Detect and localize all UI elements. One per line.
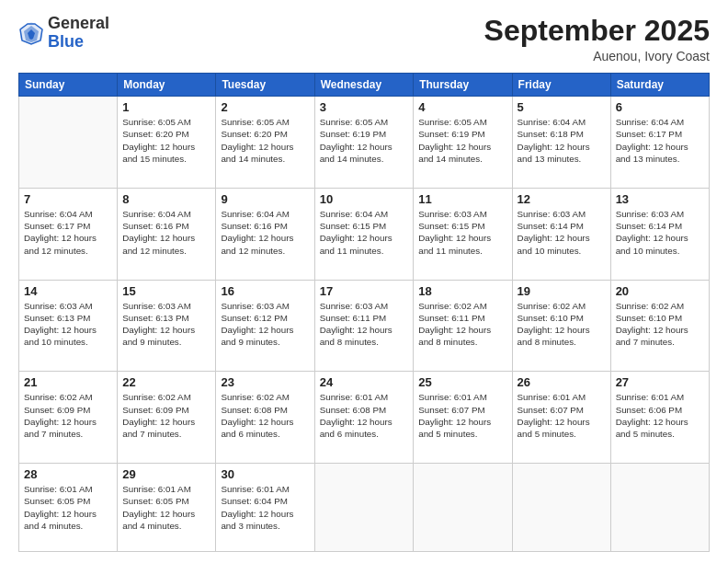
day-number: 11 <box>418 192 506 206</box>
calendar-cell: 22Sunrise: 6:02 AM Sunset: 6:09 PM Dayli… <box>118 372 216 464</box>
day-number: 7 <box>24 192 112 206</box>
day-number: 21 <box>24 375 112 389</box>
logo-blue: Blue <box>48 32 84 51</box>
calendar-cell: 24Sunrise: 6:01 AM Sunset: 6:08 PM Dayli… <box>314 372 414 464</box>
day-number: 28 <box>24 467 112 481</box>
day-info: Sunrise: 6:03 AM Sunset: 6:14 PM Dayligh… <box>518 208 606 257</box>
day-number: 19 <box>518 284 606 298</box>
day-number: 25 <box>418 375 506 389</box>
day-number: 26 <box>518 375 606 389</box>
week-row-5: 28Sunrise: 6:01 AM Sunset: 6:05 PM Dayli… <box>19 464 710 552</box>
day-info: Sunrise: 6:05 AM Sunset: 6:20 PM Dayligh… <box>221 116 309 165</box>
day-number: 2 <box>221 100 309 114</box>
day-info: Sunrise: 6:03 AM Sunset: 6:15 PM Dayligh… <box>418 208 506 257</box>
logo-text: General Blue <box>48 15 109 52</box>
title-block: September 2025 Auenou, Ivory Coast <box>484 15 710 63</box>
day-info: Sunrise: 6:05 AM Sunset: 6:19 PM Dayligh… <box>320 116 409 165</box>
day-info: Sunrise: 6:02 AM Sunset: 6:10 PM Dayligh… <box>518 300 606 349</box>
day-number: 4 <box>418 100 506 114</box>
weekday-header-thursday: Thursday <box>414 74 512 97</box>
weekday-header-friday: Friday <box>512 74 610 97</box>
day-number: 29 <box>122 467 210 481</box>
calendar-cell: 26Sunrise: 6:01 AM Sunset: 6:07 PM Dayli… <box>512 372 610 464</box>
day-number: 13 <box>616 192 704 206</box>
day-number: 18 <box>418 284 506 298</box>
calendar-cell: 13Sunrise: 6:03 AM Sunset: 6:14 PM Dayli… <box>610 188 709 280</box>
calendar-cell: 25Sunrise: 6:01 AM Sunset: 6:07 PM Dayli… <box>414 372 512 464</box>
day-number: 5 <box>518 100 606 114</box>
day-info: Sunrise: 6:05 AM Sunset: 6:19 PM Dayligh… <box>418 116 506 165</box>
day-number: 15 <box>122 284 210 298</box>
day-number: 17 <box>320 284 409 298</box>
day-number: 24 <box>320 375 409 389</box>
calendar-cell: 10Sunrise: 6:04 AM Sunset: 6:15 PM Dayli… <box>314 188 414 280</box>
calendar-cell: 27Sunrise: 6:01 AM Sunset: 6:06 PM Dayli… <box>610 372 709 464</box>
day-info: Sunrise: 6:02 AM Sunset: 6:08 PM Dayligh… <box>221 391 309 440</box>
day-info: Sunrise: 6:04 AM Sunset: 6:17 PM Dayligh… <box>616 116 704 165</box>
day-info: Sunrise: 6:05 AM Sunset: 6:20 PM Dayligh… <box>122 116 210 165</box>
weekday-header-wednesday: Wednesday <box>314 74 414 97</box>
week-row-3: 14Sunrise: 6:03 AM Sunset: 6:13 PM Dayli… <box>19 280 710 372</box>
calendar-cell <box>414 464 512 552</box>
calendar-cell: 1Sunrise: 6:05 AM Sunset: 6:20 PM Daylig… <box>118 97 216 189</box>
calendar-table: SundayMondayTuesdayWednesdayThursdayFrid… <box>18 73 710 552</box>
calendar-cell: 3Sunrise: 6:05 AM Sunset: 6:19 PM Daylig… <box>314 97 414 189</box>
calendar-cell: 21Sunrise: 6:02 AM Sunset: 6:09 PM Dayli… <box>19 372 118 464</box>
day-info: Sunrise: 6:01 AM Sunset: 6:04 PM Dayligh… <box>221 483 309 532</box>
day-info: Sunrise: 6:03 AM Sunset: 6:12 PM Dayligh… <box>221 300 309 349</box>
day-number: 8 <box>122 192 210 206</box>
logo-general: General <box>48 14 109 32</box>
day-number: 16 <box>221 284 309 298</box>
day-number: 30 <box>221 467 309 481</box>
day-number: 23 <box>221 375 309 389</box>
calendar-cell <box>610 464 709 552</box>
day-number: 27 <box>616 375 704 389</box>
calendar-cell: 17Sunrise: 6:03 AM Sunset: 6:11 PM Dayli… <box>314 280 414 372</box>
day-info: Sunrise: 6:02 AM Sunset: 6:09 PM Dayligh… <box>24 391 112 440</box>
calendar-cell: 16Sunrise: 6:03 AM Sunset: 6:12 PM Dayli… <box>216 280 314 372</box>
day-info: Sunrise: 6:04 AM Sunset: 6:17 PM Dayligh… <box>24 208 112 257</box>
location: Auenou, Ivory Coast <box>484 49 710 63</box>
month-title: September 2025 <box>484 15 710 47</box>
day-info: Sunrise: 6:03 AM Sunset: 6:13 PM Dayligh… <box>122 300 210 349</box>
day-info: Sunrise: 6:03 AM Sunset: 6:14 PM Dayligh… <box>616 208 704 257</box>
weekday-header-sunday: Sunday <box>19 74 118 97</box>
day-info: Sunrise: 6:02 AM Sunset: 6:09 PM Dayligh… <box>122 391 210 440</box>
logo-icon <box>18 20 44 46</box>
calendar-cell: 20Sunrise: 6:02 AM Sunset: 6:10 PM Dayli… <box>610 280 709 372</box>
calendar-cell: 6Sunrise: 6:04 AM Sunset: 6:17 PM Daylig… <box>610 97 709 189</box>
day-info: Sunrise: 6:04 AM Sunset: 6:16 PM Dayligh… <box>122 208 210 257</box>
calendar-cell: 28Sunrise: 6:01 AM Sunset: 6:05 PM Dayli… <box>19 464 118 552</box>
calendar-cell: 9Sunrise: 6:04 AM Sunset: 6:16 PM Daylig… <box>216 188 314 280</box>
day-number: 10 <box>320 192 409 206</box>
logo: General Blue <box>18 15 109 52</box>
week-row-1: 1Sunrise: 6:05 AM Sunset: 6:20 PM Daylig… <box>19 97 710 189</box>
calendar-cell: 4Sunrise: 6:05 AM Sunset: 6:19 PM Daylig… <box>414 97 512 189</box>
week-row-2: 7Sunrise: 6:04 AM Sunset: 6:17 PM Daylig… <box>19 188 710 280</box>
calendar-cell: 18Sunrise: 6:02 AM Sunset: 6:11 PM Dayli… <box>414 280 512 372</box>
calendar-cell: 14Sunrise: 6:03 AM Sunset: 6:13 PM Dayli… <box>19 280 118 372</box>
day-number: 22 <box>122 375 210 389</box>
day-info: Sunrise: 6:03 AM Sunset: 6:13 PM Dayligh… <box>24 300 112 349</box>
calendar-cell: 19Sunrise: 6:02 AM Sunset: 6:10 PM Dayli… <box>512 280 610 372</box>
week-row-4: 21Sunrise: 6:02 AM Sunset: 6:09 PM Dayli… <box>19 372 710 464</box>
calendar-cell: 15Sunrise: 6:03 AM Sunset: 6:13 PM Dayli… <box>118 280 216 372</box>
day-number: 1 <box>122 100 210 114</box>
weekday-header-monday: Monday <box>118 74 216 97</box>
weekday-header-tuesday: Tuesday <box>216 74 314 97</box>
day-info: Sunrise: 6:02 AM Sunset: 6:10 PM Dayligh… <box>616 300 704 349</box>
calendar-cell: 29Sunrise: 6:01 AM Sunset: 6:05 PM Dayli… <box>118 464 216 552</box>
day-info: Sunrise: 6:04 AM Sunset: 6:16 PM Dayligh… <box>221 208 309 257</box>
day-info: Sunrise: 6:04 AM Sunset: 6:15 PM Dayligh… <box>320 208 409 257</box>
day-info: Sunrise: 6:04 AM Sunset: 6:18 PM Dayligh… <box>518 116 606 165</box>
calendar-cell <box>19 97 118 189</box>
calendar-cell <box>512 464 610 552</box>
day-info: Sunrise: 6:01 AM Sunset: 6:07 PM Dayligh… <box>418 391 506 440</box>
day-info: Sunrise: 6:03 AM Sunset: 6:11 PM Dayligh… <box>320 300 409 349</box>
day-number: 6 <box>616 100 704 114</box>
day-number: 14 <box>24 284 112 298</box>
day-number: 3 <box>320 100 409 114</box>
calendar-cell: 7Sunrise: 6:04 AM Sunset: 6:17 PM Daylig… <box>19 188 118 280</box>
calendar-cell: 23Sunrise: 6:02 AM Sunset: 6:08 PM Dayli… <box>216 372 314 464</box>
day-info: Sunrise: 6:01 AM Sunset: 6:05 PM Dayligh… <box>122 483 210 532</box>
